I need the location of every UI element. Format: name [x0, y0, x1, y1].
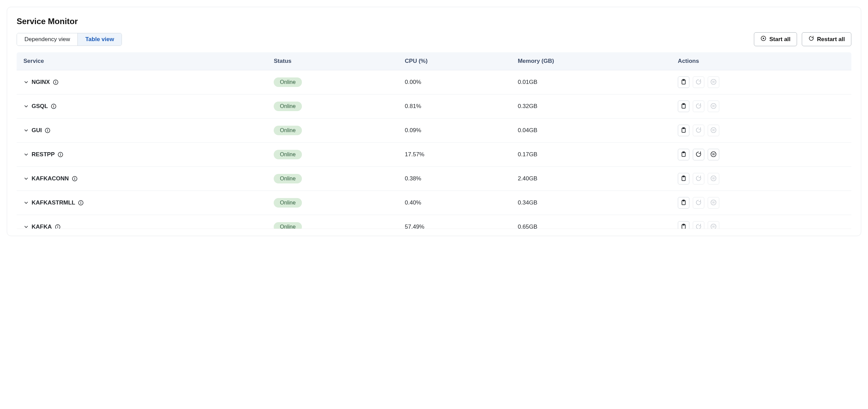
status-badge: Online: [274, 150, 302, 159]
restart-button: [693, 197, 704, 209]
table-row: KAFKASTRMLLOnline0.40%0.34GB: [17, 191, 851, 215]
logs-button[interactable]: [678, 173, 689, 184]
pause-button[interactable]: [708, 149, 719, 160]
info-icon[interactable]: [72, 176, 78, 182]
service-monitor-card: Service Monitor Dependency view Table vi…: [7, 7, 861, 236]
cpu-value: 0.00%: [400, 70, 513, 94]
pause-button: [708, 125, 719, 136]
clipboard-icon: [680, 127, 687, 135]
cpu-value: 17.57%: [400, 143, 513, 167]
service-name: GUI: [32, 127, 42, 134]
chevron-down-icon[interactable]: [23, 128, 29, 133]
pause-circle-icon: [710, 175, 717, 183]
logs-button[interactable]: [678, 125, 689, 136]
logs-button[interactable]: [678, 197, 689, 209]
info-icon[interactable]: [78, 200, 84, 206]
restart-button: [693, 221, 704, 229]
info-icon[interactable]: [44, 127, 51, 134]
restart-icon: [695, 151, 702, 159]
logs-button[interactable]: [678, 101, 689, 112]
info-icon[interactable]: [51, 103, 57, 109]
restart-button: [693, 173, 704, 184]
restart-icon: [695, 127, 702, 135]
clipboard-icon: [680, 175, 687, 183]
service-name: KAFKASTRMLL: [32, 199, 75, 206]
logs-button[interactable]: [678, 221, 689, 229]
toolbar: Dependency view Table view Start all Res…: [17, 32, 851, 46]
info-icon[interactable]: [53, 79, 59, 85]
table-row: GSQLOnline0.81%0.32GB: [17, 94, 851, 119]
play-circle-icon: [760, 35, 766, 43]
start-all-label: Start all: [769, 36, 790, 43]
global-actions: Start all Restart all: [754, 32, 851, 46]
restart-all-button[interactable]: Restart all: [802, 32, 851, 46]
memory-value: 0.34GB: [513, 191, 673, 215]
tab-table-view[interactable]: Table view: [77, 33, 122, 46]
cpu-value: 0.09%: [400, 119, 513, 143]
logs-button[interactable]: [678, 149, 689, 160]
pause-button: [708, 221, 719, 229]
restart-button[interactable]: [693, 149, 704, 160]
cpu-value: 0.81%: [400, 94, 513, 119]
status-badge: Online: [274, 222, 302, 229]
service-table: Service Status CPU (%) Memory (GB) Actio…: [17, 52, 851, 229]
restart-icon: [695, 199, 702, 207]
clipboard-icon: [680, 78, 687, 86]
chevron-down-icon[interactable]: [23, 79, 29, 85]
pause-circle-icon: [710, 103, 717, 110]
restart-icon: [695, 175, 702, 183]
memory-value: 0.04GB: [513, 119, 673, 143]
restart-icon: [695, 103, 702, 110]
info-icon[interactable]: [57, 152, 64, 158]
status-badge: Online: [274, 77, 302, 87]
status-badge: Online: [274, 126, 302, 135]
info-icon[interactable]: [55, 224, 61, 229]
col-status: Status: [269, 52, 400, 70]
view-tab-group: Dependency view Table view: [17, 33, 122, 46]
service-table-wrap[interactable]: Service Status CPU (%) Memory (GB) Actio…: [17, 52, 851, 229]
tab-dependency-view[interactable]: Dependency view: [17, 33, 77, 46]
pause-button: [708, 197, 719, 209]
cpu-value: 57.49%: [400, 215, 513, 229]
pause-circle-icon: [710, 78, 717, 86]
table-row: GUIOnline0.09%0.04GB: [17, 119, 851, 143]
pause-circle-icon: [710, 199, 717, 207]
chevron-down-icon[interactable]: [23, 176, 29, 181]
col-actions: Actions: [673, 52, 851, 70]
col-memory: Memory (GB): [513, 52, 673, 70]
logs-button[interactable]: [678, 76, 689, 88]
table-row: RESTPPOnline17.57%0.17GB: [17, 143, 851, 167]
pause-circle-icon: [710, 223, 717, 229]
status-badge: Online: [274, 174, 302, 183]
chevron-down-icon[interactable]: [23, 104, 29, 109]
restart-icon: [695, 78, 702, 86]
pause-circle-icon: [710, 151, 717, 159]
chevron-down-icon[interactable]: [23, 224, 29, 229]
restart-button: [693, 101, 704, 112]
clipboard-icon: [680, 199, 687, 207]
chevron-down-icon[interactable]: [23, 200, 29, 206]
chevron-down-icon[interactable]: [23, 152, 29, 157]
start-all-button[interactable]: Start all: [754, 32, 797, 46]
status-badge: Online: [274, 102, 302, 111]
pause-button: [708, 173, 719, 184]
table-row: KAFKAOnline57.49%0.65GB: [17, 215, 851, 229]
pause-circle-icon: [710, 127, 717, 135]
restart-icon: [808, 35, 814, 43]
service-name: GSQL: [32, 103, 48, 110]
col-service: Service: [17, 52, 269, 70]
page-title: Service Monitor: [17, 17, 851, 26]
service-name: NGINX: [32, 79, 50, 86]
cpu-value: 0.38%: [400, 167, 513, 191]
pause-button: [708, 76, 719, 88]
clipboard-icon: [680, 223, 687, 229]
pause-button: [708, 101, 719, 112]
table-row: NGINXOnline0.00%0.01GB: [17, 70, 851, 94]
memory-value: 0.01GB: [513, 70, 673, 94]
table-row: KAFKACONNOnline0.38%2.40GB: [17, 167, 851, 191]
memory-value: 0.17GB: [513, 143, 673, 167]
clipboard-icon: [680, 103, 687, 110]
restart-all-label: Restart all: [817, 36, 845, 43]
memory-value: 0.65GB: [513, 215, 673, 229]
status-badge: Online: [274, 198, 302, 208]
